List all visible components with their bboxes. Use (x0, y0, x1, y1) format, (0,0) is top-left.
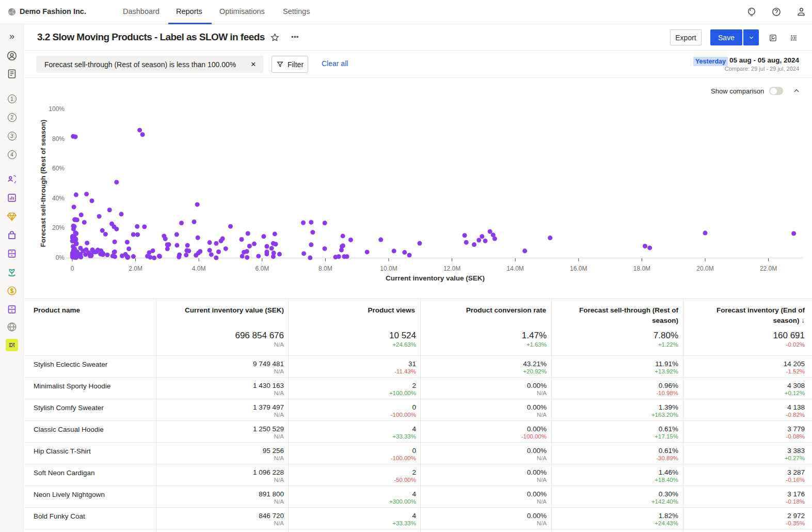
svg-text:20.0M: 20.0M (696, 265, 713, 272)
svg-text:100%: 100% (49, 105, 65, 113)
svg-text:40%: 40% (52, 195, 65, 202)
svg-text:6.0M: 6.0M (255, 265, 269, 272)
svg-text:4.0M: 4.0M (192, 265, 206, 272)
svg-text:Current inventory value (SEK): Current inventory value (SEK) (386, 274, 485, 282)
svg-text:Forecast sell-through (Rest of: Forecast sell-through (Rest of season) (39, 120, 47, 247)
svg-text:22.0M: 22.0M (760, 265, 777, 272)
svg-text:0%: 0% (56, 254, 65, 261)
svg-text:2.0M: 2.0M (129, 265, 142, 272)
svg-text:80%: 80% (52, 135, 65, 143)
svg-text:18.0M: 18.0M (633, 265, 650, 272)
svg-text:12.0M: 12.0M (443, 265, 460, 272)
svg-text:20%: 20% (52, 224, 65, 231)
svg-text:8.0M: 8.0M (319, 265, 332, 272)
svg-text:10.0M: 10.0M (380, 265, 397, 272)
svg-text:60%: 60% (52, 165, 65, 172)
svg-text:14.0M: 14.0M (507, 265, 524, 272)
svg-text:16.0M: 16.0M (570, 265, 587, 272)
svg-text:0: 0 (71, 265, 74, 272)
